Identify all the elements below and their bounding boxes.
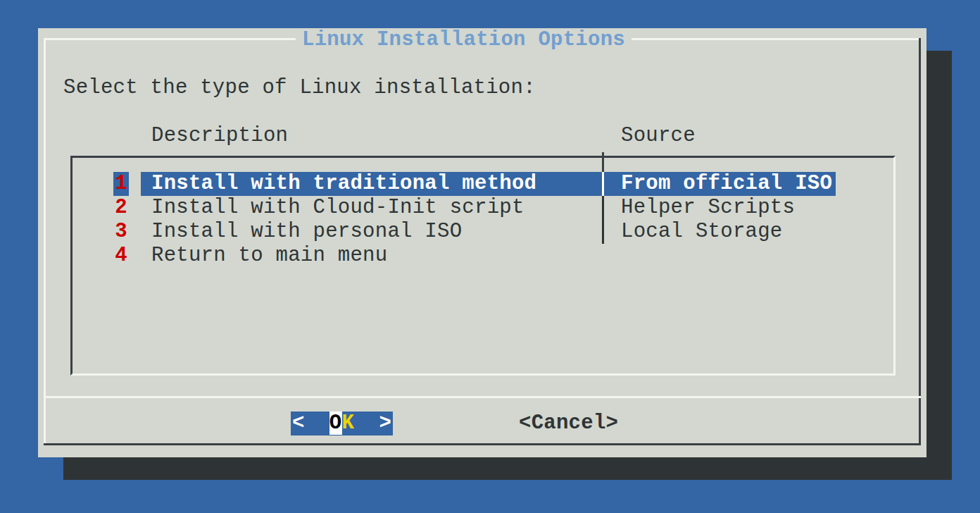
menu-item-source: Local Storage: [621, 220, 783, 244]
ok-cursor-char: O: [329, 412, 342, 435]
menu-item-tag: 1: [113, 172, 129, 196]
dialog-title: Linux Installation Options: [296, 28, 632, 52]
menu-item-tag: 4: [113, 244, 129, 268]
menu-item-row-4[interactable]: 4 Return to main menu: [38, 244, 926, 268]
menu-item-description: Return to main menu: [151, 244, 387, 268]
column-header-source: Source: [621, 124, 696, 148]
column-separator-bar: [602, 220, 604, 244]
menu-item-tag: 3: [113, 220, 129, 244]
button-area-separator: [44, 396, 921, 398]
menu-item-description: Install with traditional method: [151, 172, 536, 196]
column-separator-bar: [602, 196, 604, 220]
menu-item-source: Helper Scripts: [621, 196, 795, 220]
menu-item-row-3[interactable]: 3 Install with personal ISO Local Storag…: [38, 220, 926, 244]
menu-item-row-1[interactable]: 1 Install with traditional method From o…: [38, 172, 926, 196]
dialog-box: Linux Installation Options Select the ty…: [38, 28, 926, 457]
cancel-button[interactable]: <Cancel>: [519, 412, 618, 435]
ok-button[interactable]: < OK >: [291, 412, 393, 435]
column-separator-bar: [602, 172, 604, 196]
menu-item-tag: 2: [113, 196, 129, 220]
menu-item-row-2[interactable]: 2 Install with Cloud-Init script Helper …: [38, 196, 926, 220]
menu-item-description: Install with Cloud-Init script: [151, 196, 524, 220]
column-header-description: Description: [151, 124, 288, 148]
frame-bottom-line: [44, 443, 921, 445]
ok-hotkey-char: K: [342, 412, 355, 435]
prompt-text: Select the type of Linux installation:: [63, 76, 536, 100]
menu-item-description: Install with personal ISO: [151, 220, 462, 244]
terminal-screen: Linux Installation Options Select the ty…: [0, 0, 980, 513]
menu-item-source: From official ISO: [621, 172, 832, 196]
ok-bracket-left: <: [292, 412, 329, 435]
ok-bracket-right: >: [354, 412, 391, 435]
